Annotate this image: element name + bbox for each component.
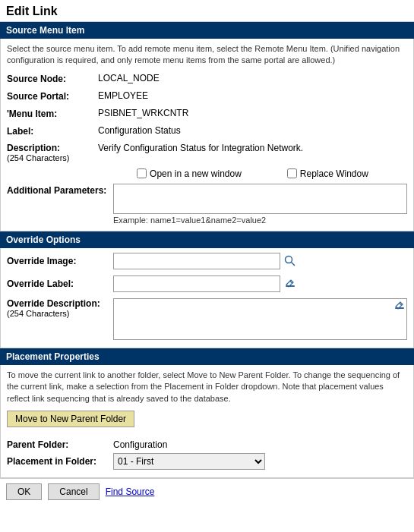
svg-line-1 — [292, 262, 295, 266]
parent-folder-label: Parent Folder: — [7, 439, 113, 450]
replace-window-checkbox-label[interactable]: Replace Window — [287, 168, 368, 179]
additional-params-input[interactable] — [113, 184, 407, 214]
description-sub: (254 Characters) — [7, 153, 92, 162]
search-icon[interactable] — [283, 254, 297, 268]
svg-point-0 — [286, 256, 292, 263]
edit-icon[interactable] — [283, 277, 297, 291]
override-image-input[interactable] — [113, 253, 280, 269]
label-label: Label: — [7, 125, 98, 137]
menu-item-label: 'Menu Item: — [7, 108, 98, 119]
open-new-window-label: Open in a new window — [150, 168, 242, 179]
replace-window-label: Replace Window — [300, 168, 368, 179]
source-section-header: Source Menu Item — [0, 22, 414, 39]
override-desc-sub: (254 Characters) — [7, 309, 107, 318]
replace-window-checkbox[interactable] — [287, 168, 297, 178]
placement-in-folder-select[interactable]: 01 - First 02 - Second 03 - Third — [113, 453, 265, 470]
menu-item-value: PSIBNET_WRKCNTR — [98, 108, 407, 118]
additional-params-example: Example: name1=value1&name2=value2 — [7, 216, 407, 225]
override-desc-textarea[interactable] — [113, 298, 407, 340]
cancel-button[interactable]: Cancel — [48, 483, 99, 500]
label-value: Configuration Status — [98, 125, 407, 136]
source-node-label: Source Node: — [7, 73, 98, 84]
placement-in-folder-label: Placement in Folder: — [7, 456, 113, 467]
override-label-input[interactable] — [113, 275, 280, 292]
open-new-window-checkbox-label[interactable]: Open in a new window — [137, 168, 242, 179]
description-value: Verify Configuration Status for Integrat… — [98, 143, 407, 153]
find-source-link[interactable]: Find Source — [106, 486, 155, 497]
placement-info-text: To move the current link to another fold… — [7, 370, 407, 405]
override-label-label: Override Label: — [7, 279, 113, 289]
page-title: Edit Link — [0, 0, 414, 22]
source-node-value: LOCAL_NODE — [98, 73, 407, 83]
ok-button[interactable]: OK — [6, 483, 42, 500]
additional-params-label: Additional Parameters: — [7, 184, 113, 196]
move-to-new-parent-folder-button[interactable]: Move to New Parent Folder — [7, 411, 134, 427]
override-image-label: Override Image: — [7, 256, 113, 266]
edit-desc-icon[interactable] — [393, 300, 406, 314]
source-info-text: Select the source menu item. To add remo… — [7, 43, 407, 67]
source-portal-value: EMPLOYEE — [98, 90, 407, 101]
description-label: Description: — [7, 143, 60, 153]
source-portal-label: Source Portal: — [7, 90, 98, 102]
open-new-window-checkbox[interactable] — [137, 168, 147, 178]
override-desc-label: Override Description: — [7, 298, 100, 309]
parent-folder-value: Configuration — [113, 439, 167, 450]
override-section-header: Override Options — [0, 231, 414, 248]
placement-section-header: Placement Properties — [0, 348, 414, 365]
